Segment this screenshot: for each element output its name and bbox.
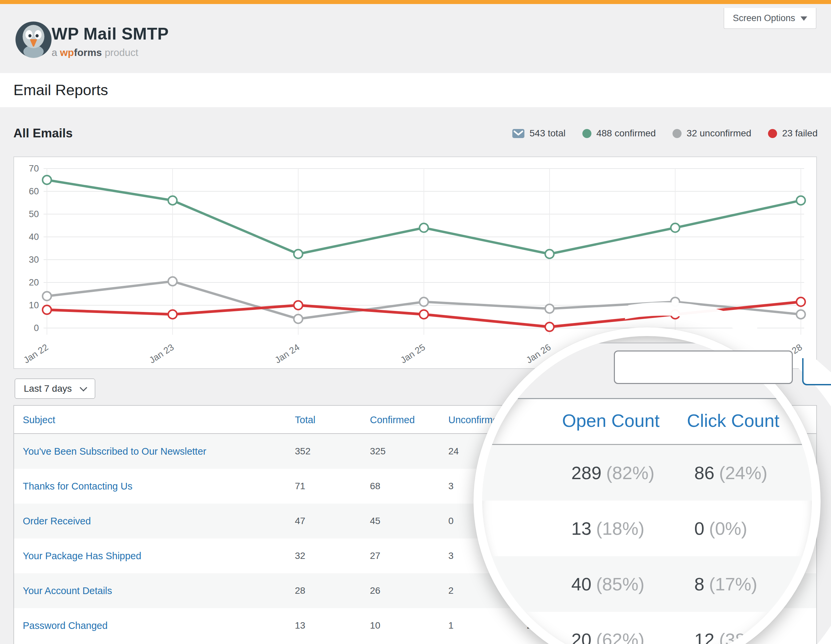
email-subject-link[interactable]: Thanks for Contacting Us — [23, 469, 132, 504]
chart-legend: 543 total488 confirmed32 unconfirmed23 f… — [513, 128, 818, 139]
unconfirmed-value: 1 — [448, 608, 454, 643]
svg-text:Jan 23: Jan 23 — [147, 342, 175, 365]
magnified-table-top-edge — [482, 398, 812, 399]
svg-text:30: 30 — [29, 254, 39, 265]
tagline-suffix: product — [105, 47, 138, 58]
wp-mail-smtp-pigeon-logo — [15, 21, 52, 58]
svg-text:20: 20 — [29, 277, 39, 288]
confirmed-value: 45 — [370, 504, 380, 539]
confirmed-value: 325 — [370, 434, 386, 469]
all-emails-section-head: All Emails 543 total488 confirmed32 unco… — [13, 119, 818, 148]
total-value: 13 — [295, 608, 305, 643]
click-count-value: 8(17%) — [694, 556, 757, 612]
unconfirmed-value: 24 — [448, 434, 459, 469]
plugin-header: WP Mail SMTP a wpforms product Screen Op… — [0, 4, 831, 73]
confirmed-value: 68 — [370, 469, 380, 504]
legend-label: 543 total — [529, 128, 565, 139]
unconfirmed-value: 2 — [448, 573, 454, 608]
column-header-click-count[interactable]: Click Count — [687, 407, 779, 434]
column-header-confirmed[interactable]: Confirmed — [370, 406, 415, 434]
svg-text:40: 40 — [29, 232, 39, 242]
brand-top-bar — [0, 0, 831, 4]
legend-label: 23 failed — [782, 128, 818, 139]
app-tagline: a wpforms product — [52, 47, 169, 58]
email-subject-link[interactable]: Your Package Has Shipped — [23, 539, 142, 573]
section-title: All Emails — [13, 126, 73, 140]
magnified-table-row: 40(85%)8(17%) — [482, 556, 812, 612]
confirmed-value: 27 — [370, 539, 380, 573]
date-range-value: Last 7 days — [24, 383, 72, 394]
magnified-search-input[interactable] — [614, 350, 793, 384]
page-title-band: Email Reports — [0, 73, 831, 107]
brand-block: WP Mail SMTP a wpforms product — [52, 24, 169, 58]
open-count-value: 40(85%) — [572, 556, 644, 612]
open-count-value: 289(82%) — [572, 445, 654, 501]
svg-text:60: 60 — [29, 186, 39, 196]
column-header-open-count[interactable]: Open Count — [562, 407, 659, 434]
envelope-icon — [513, 129, 524, 138]
page-title: Email Reports — [13, 73, 108, 107]
total-value: 47 — [295, 504, 305, 539]
confirmed-value: 10 — [370, 608, 380, 643]
column-header-total[interactable]: Total — [295, 406, 315, 434]
unconfirmed-value: 0 — [448, 504, 454, 539]
total-value: 28 — [295, 573, 305, 608]
legend-label: 32 unconfirmed — [686, 128, 751, 139]
unconfirmed-value: 3 — [448, 539, 454, 573]
total-value: 71 — [295, 469, 305, 504]
svg-text:0: 0 — [34, 323, 39, 333]
total-value: 352 — [295, 434, 310, 469]
legend-item: 543 total — [513, 128, 565, 139]
chevron-down-icon — [801, 16, 807, 21]
click-count-value: 86(24%) — [694, 445, 767, 501]
app-title: WP Mail SMTP — [52, 24, 169, 44]
confirmed-value: 26 — [370, 573, 380, 608]
tagline-wp: wp — [60, 47, 74, 58]
magnified-table-row: 289(82%)86(24%) — [482, 445, 812, 501]
legend-item: 32 unconfirmed — [672, 128, 751, 139]
column-header-subject[interactable]: Subject — [23, 406, 55, 434]
svg-text:Jan 22: Jan 22 — [22, 342, 50, 365]
unconfirmed-value: 3 — [448, 469, 454, 504]
email-subject-link[interactable]: Your Account Details — [23, 573, 112, 608]
legend-label: 488 confirmed — [597, 128, 656, 139]
svg-text:70: 70 — [29, 164, 39, 173]
legend-dot-icon — [672, 129, 681, 138]
tagline-forms: forms — [74, 47, 102, 58]
svg-text:10: 10 — [29, 300, 39, 310]
open-count-value: 13(18%) — [572, 501, 644, 556]
svg-text:50: 50 — [29, 209, 39, 219]
date-range-select[interactable]: Last 7 days — [15, 378, 95, 399]
svg-text:Jan 25: Jan 25 — [399, 342, 427, 365]
click-count-value: 0(0%) — [694, 501, 747, 556]
email-subject-link[interactable]: Order Received — [23, 504, 91, 539]
legend-item: 488 confirmed — [583, 128, 656, 139]
screen-options-label: Screen Options — [733, 13, 795, 23]
magnified-table-row: 13(18%)0(0%) — [482, 501, 812, 556]
tagline-prefix: a — [52, 47, 57, 58]
total-value: 32 — [295, 539, 305, 573]
svg-text:Jan 24: Jan 24 — [273, 342, 301, 365]
legend-dot-icon — [583, 129, 591, 138]
legend-item: 23 failed — [768, 128, 818, 139]
screen-options-button[interactable]: Screen Options — [724, 8, 816, 29]
open-count-value: 20(62%) — [572, 612, 644, 644]
email-subject-link[interactable]: You've Been Subscribed to Our Newsletter — [23, 434, 206, 469]
chevron-down-icon — [80, 384, 88, 392]
email-subject-link[interactable]: Password Changed — [23, 608, 108, 643]
legend-dot-icon — [768, 129, 777, 138]
